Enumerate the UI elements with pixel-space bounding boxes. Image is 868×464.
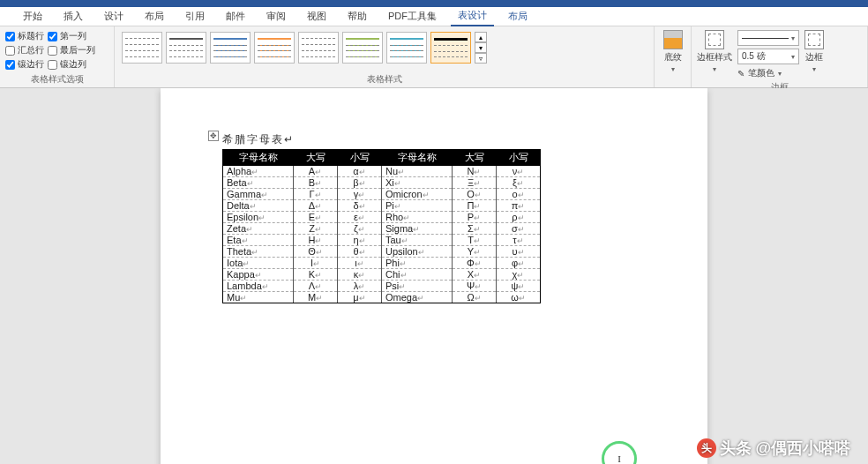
table-cell[interactable]: Sigma↵	[382, 223, 453, 235]
table-cell[interactable]: ο↵	[497, 189, 541, 200]
styles-scroll-down[interactable]: ▾	[475, 42, 487, 53]
table-cell[interactable]: Λ↵	[294, 281, 338, 292]
table-cell[interactable]: Φ↵	[453, 258, 497, 269]
table-cell[interactable]: ω↵	[497, 292, 541, 303]
tab-table-design[interactable]: 表设计	[451, 6, 494, 26]
table-cell[interactable]: Δ↵	[294, 200, 338, 212]
table-cell[interactable]: Chi↵	[382, 269, 453, 281]
opt-total-row[interactable]: 汇总行	[5, 44, 44, 56]
table-cell[interactable]: Mu↵	[223, 292, 294, 303]
table-cell[interactable]: Ξ↵	[453, 177, 497, 189]
table-cell[interactable]: Iota↵	[223, 258, 294, 269]
table-cell[interactable]: Ρ↵	[453, 212, 497, 223]
shading-icon[interactable]	[663, 30, 683, 49]
table-cell[interactable]: υ↵	[497, 246, 541, 258]
table-cell[interactable]: ν↵	[497, 166, 541, 177]
table-cell[interactable]: σ↵	[497, 223, 541, 235]
table-cell[interactable]: κ↵	[338, 269, 382, 281]
table-cell[interactable]: φ↵	[497, 258, 541, 269]
table-row[interactable]: Kappa↵Κ↵κ↵Chi↵Χ↵χ↵	[223, 269, 541, 281]
styles-scroll-up[interactable]: ▴	[475, 32, 487, 42]
tab-references[interactable]: 引用	[178, 7, 212, 26]
table-cell[interactable]: ε↵	[338, 212, 382, 223]
table-cell[interactable]: Upsilon↵	[382, 246, 453, 258]
table-cell[interactable]: ι↵	[338, 258, 382, 269]
table-row[interactable]: Iota↵Ι↵ι↵Phi↵Φ↵φ↵	[223, 258, 541, 269]
table-cell[interactable]: Beta↵	[223, 177, 294, 189]
shading-label[interactable]: 底纹	[664, 51, 682, 64]
table-cell[interactable]: Ψ↵	[453, 281, 497, 292]
table-cell[interactable]: Η↵	[294, 235, 338, 246]
table-cell[interactable]: Ε↵	[294, 212, 338, 223]
table-cell[interactable]: Omega↵	[382, 292, 453, 303]
shading-dropdown-icon[interactable]: ▾	[671, 65, 675, 73]
document-canvas[interactable]: ✥ 希腊字母表↵ 字母名称大写小写字母名称大写小写 Alpha↵Α↵α↵Nu↵Ν…	[0, 88, 868, 464]
tab-mailings[interactable]: 邮件	[219, 7, 252, 26]
table-cell[interactable]: Κ↵	[294, 269, 338, 281]
table-cell[interactable]: Σ↵	[453, 223, 497, 235]
table-style-4[interactable]	[254, 32, 295, 64]
table-cell[interactable]: Epsilon↵	[223, 212, 294, 223]
opt-banded-col[interactable]: 镶边列	[48, 58, 95, 71]
tab-pdf[interactable]: PDF工具集	[381, 7, 444, 26]
table-row[interactable]: Delta↵Δ↵δ↵Pi↵Π↵π↵	[223, 200, 541, 212]
table-cell[interactable]: Ι↵	[294, 258, 338, 269]
table-cell[interactable]: β↵	[338, 177, 382, 189]
table-row[interactable]: Beta↵Β↵β↵Xi↵Ξ↵ξ↵	[223, 177, 541, 189]
table-cell[interactable]: Γ↵	[294, 189, 338, 200]
tab-layout[interactable]: 布局	[138, 7, 171, 26]
table-cell[interactable]: Μ↵	[294, 292, 338, 303]
table-cell[interactable]: η↵	[338, 235, 382, 246]
table-cell[interactable]: Rho↵	[382, 212, 453, 223]
table-cell[interactable]: Ο↵	[453, 189, 497, 200]
table-cell[interactable]: Nu↵	[382, 166, 453, 177]
table-cell[interactable]: Pi↵	[382, 200, 453, 212]
table-cell[interactable]: Α↵	[294, 166, 338, 177]
table-cell[interactable]: Π↵	[453, 200, 497, 212]
tab-table-layout[interactable]: 布局	[501, 7, 535, 26]
tab-start[interactable]: 开始	[16, 7, 49, 26]
table-cell[interactable]: θ↵	[338, 246, 382, 258]
table-cell[interactable]: ψ↵	[497, 281, 541, 292]
table-cell[interactable]: Phi↵	[382, 258, 453, 269]
table-row[interactable]: Alpha↵Α↵α↵Nu↵Ν↵ν↵	[223, 166, 541, 177]
table-cell[interactable]: γ↵	[338, 189, 382, 200]
table-cell[interactable]: Ζ↵	[294, 223, 338, 235]
table-style-5[interactable]	[298, 32, 339, 64]
table-cell[interactable]: Θ↵	[294, 246, 338, 258]
table-cell[interactable]: μ↵	[338, 292, 382, 303]
table-row[interactable]: Gamma↵Γ↵γ↵Omicron↵Ο↵ο↵	[223, 189, 541, 200]
opt-last-col[interactable]: 最后一列	[48, 44, 95, 56]
table-cell[interactable]: Tau↵	[382, 235, 453, 246]
border-line-style[interactable]: ▾	[737, 30, 799, 46]
opt-banded-row[interactable]: 镶边行	[5, 58, 44, 71]
table-move-handle[interactable]: ✥	[208, 131, 219, 141]
opt-first-col[interactable]: 第一列	[48, 30, 95, 42]
table-row[interactable]: Mu↵Μ↵μ↵Omega↵Ω↵ω↵	[223, 292, 541, 303]
table-cell[interactable]: Omicron↵	[382, 189, 453, 200]
table-style-1[interactable]	[122, 32, 162, 64]
borders-button[interactable]: 边框 ▾	[804, 30, 824, 73]
table-cell[interactable]: Lambda↵	[223, 281, 294, 292]
table-cell[interactable]: Eta↵	[223, 235, 294, 246]
table-cell[interactable]: Xi↵	[382, 177, 453, 189]
table-style-3[interactable]	[210, 32, 251, 64]
table-row[interactable]: Epsilon↵Ε↵ε↵Rho↵Ρ↵ρ↵	[223, 212, 541, 223]
table-cell[interactable]: Ν↵	[453, 166, 497, 177]
table-cell[interactable]: Alpha↵	[223, 166, 294, 177]
table-cell[interactable]: δ↵	[338, 200, 382, 212]
table-cell[interactable]: Psi↵	[382, 281, 453, 292]
page[interactable]: ✥ 希腊字母表↵ 字母名称大写小写字母名称大写小写 Alpha↵Α↵α↵Nu↵Ν…	[161, 88, 707, 464]
table-cell[interactable]: Ω↵	[453, 292, 497, 303]
table-row[interactable]: Zeta↵Ζ↵ζ↵Sigma↵Σ↵σ↵	[223, 223, 541, 235]
greek-table[interactable]: 字母名称大写小写字母名称大写小写 Alpha↵Α↵α↵Nu↵Ν↵ν↵Beta↵Β…	[222, 149, 541, 303]
table-cell[interactable]: π↵	[497, 200, 541, 212]
table-style-selected[interactable]	[430, 32, 471, 64]
table-row[interactable]: Eta↵Η↵η↵Tau↵Τ↵τ↵	[223, 235, 541, 246]
tab-help[interactable]: 帮助	[340, 7, 374, 26]
table-cell[interactable]: Β↵	[294, 177, 338, 189]
table-cell[interactable]: Delta↵	[223, 200, 294, 212]
tab-design[interactable]: 设计	[97, 7, 131, 26]
table-style-7[interactable]	[386, 32, 427, 64]
table-cell[interactable]: ρ↵	[497, 212, 541, 223]
